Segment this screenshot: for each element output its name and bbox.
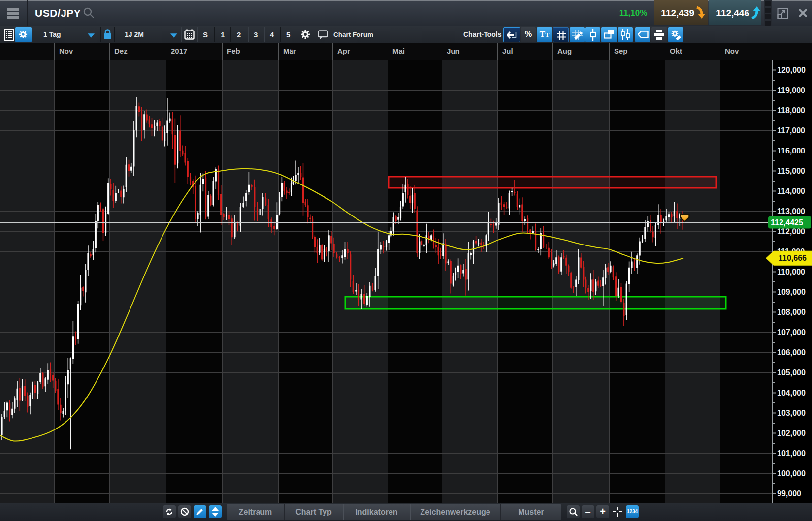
svg-text:Mär: Mär bbox=[283, 47, 296, 55]
svg-text:Jun: Jun bbox=[447, 47, 460, 55]
svg-text:Nov: Nov bbox=[59, 47, 73, 55]
svg-text:Mai: Mai bbox=[392, 47, 405, 55]
svg-text:118,000: 118,000 bbox=[777, 106, 805, 115]
svg-text:107,000: 107,000 bbox=[777, 328, 806, 337]
svg-text:Dez: Dez bbox=[114, 47, 128, 55]
svg-text:100,000: 100,000 bbox=[777, 469, 806, 478]
svg-text:102,000: 102,000 bbox=[777, 429, 806, 437]
svg-text:116,000: 116,000 bbox=[777, 147, 805, 155]
svg-text:115,000: 115,000 bbox=[777, 167, 805, 175]
svg-text:2017: 2017 bbox=[171, 47, 187, 55]
svg-text:101,000: 101,000 bbox=[777, 449, 806, 458]
svg-text:109,000: 109,000 bbox=[777, 288, 806, 296]
svg-text:Feb: Feb bbox=[227, 47, 240, 55]
svg-text:Sep: Sep bbox=[614, 47, 628, 55]
svg-text:110,666: 110,666 bbox=[779, 254, 807, 262]
svg-text:113,000: 113,000 bbox=[777, 207, 805, 215]
svg-text:Nov: Nov bbox=[725, 47, 739, 55]
svg-text:112,4425: 112,4425 bbox=[771, 218, 803, 227]
svg-text:Aug: Aug bbox=[557, 47, 572, 55]
svg-text:105,000: 105,000 bbox=[777, 368, 806, 377]
svg-text:112,000: 112,000 bbox=[777, 227, 805, 236]
svg-text:120,000: 120,000 bbox=[777, 66, 806, 74]
svg-text:108,000: 108,000 bbox=[777, 308, 806, 316]
svg-text:103,000: 103,000 bbox=[777, 409, 806, 417]
svg-text:99,000: 99,000 bbox=[777, 490, 801, 498]
svg-text:104,000: 104,000 bbox=[777, 389, 806, 397]
svg-text:Apr: Apr bbox=[337, 47, 350, 55]
svg-text:Okt: Okt bbox=[670, 47, 682, 55]
svg-text:106,000: 106,000 bbox=[777, 348, 806, 357]
svg-text:110,000: 110,000 bbox=[777, 268, 805, 276]
svg-text:Jul: Jul bbox=[502, 47, 513, 55]
svg-text:117,000: 117,000 bbox=[777, 126, 805, 135]
svg-text:114,000: 114,000 bbox=[777, 187, 805, 195]
svg-text:119,000: 119,000 bbox=[777, 86, 805, 94]
